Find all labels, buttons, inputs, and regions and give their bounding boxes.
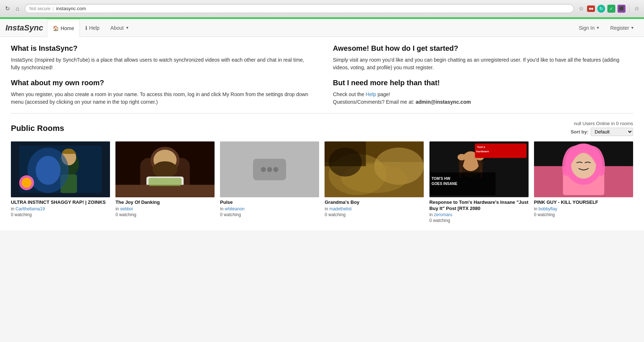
nav-item-help[interactable]: ℹ Help — [80, 19, 105, 37]
extension-red[interactable]: ■■ — [587, 5, 595, 12]
room-owner-pinkguy: in bobbyflay — [534, 206, 633, 211]
nav-links: 🏠 Home ℹ Help About ▼ — [47, 19, 575, 37]
room-username-pulse[interactable]: whiteanon — [225, 206, 245, 211]
get-started-body: Simply visit any room you'd like and you… — [333, 56, 633, 71]
room-watching-grandma: 0 watching — [325, 212, 424, 217]
room-watching-pinkguy: 0 watching — [534, 212, 633, 217]
room-card-grandma[interactable]: Grandma's Boy in madethelist 0 watching — [325, 141, 424, 223]
svg-text:GOES INSANE: GOES INSANE — [431, 182, 457, 186]
svg-text:Tom's: Tom's — [477, 145, 485, 149]
help-page-link[interactable]: Help — [366, 91, 376, 97]
home-label: Home — [61, 25, 74, 31]
room-thumbnail-shaggy — [11, 141, 110, 197]
about-label: About — [110, 25, 124, 31]
room-card-dank[interactable]: The Joy Of Danking in sebboi 0 watching — [115, 141, 215, 223]
browser-actions: ☆ ■■ ↻ ✓ ⬛ ☆ — [578, 4, 640, 13]
svg-point-19 — [261, 167, 266, 172]
svg-rect-16 — [148, 178, 182, 186]
main-content: What is InstaSync? InstaSync (Inspired b… — [0, 37, 644, 230]
room-thumbnail-tom: Tom's hardware TOM'S HW GOES INSANE — [429, 141, 529, 197]
info-grid: What is InstaSync? InstaSync (Inspired b… — [11, 44, 633, 106]
reload-button[interactable]: ↻ — [4, 5, 11, 12]
svg-point-32 — [457, 154, 466, 160]
register-label: Register — [610, 25, 629, 31]
room-username-dank[interactable]: sebboi — [120, 206, 133, 211]
sign-in-button[interactable]: Sign In ▼ — [574, 23, 604, 33]
browser-chrome: ↻ ⌂ Not secure | instasync.com ☆ ■■ ↻ ✓ … — [0, 0, 644, 17]
own-room-body: When you register, you also create a roo… — [11, 91, 311, 106]
extension-green[interactable]: ✓ — [607, 5, 615, 13]
room-thumbnail-grandma — [325, 141, 424, 197]
more-help-title: But I need more help than that! — [333, 79, 633, 87]
what-is-title: What is InstaSync? — [11, 44, 311, 53]
users-online-text: null Users Online in 0 rooms — [571, 121, 633, 126]
room-card-pinkguy[interactable]: PINK GUY - KILL YOURSELF in bobbyflay 0 … — [534, 141, 633, 223]
room-title-grandma: Grandma's Boy — [325, 199, 424, 206]
room-username-grandma[interactable]: madethelist — [329, 206, 351, 211]
brand-logo[interactable]: InstaSync — [5, 23, 43, 33]
room-card-pulse[interactable]: Pulse in whiteanon 0 watching — [220, 141, 319, 223]
svg-point-20 — [267, 167, 272, 172]
room-watching-pulse: 0 watching — [220, 212, 319, 217]
svg-text:TOM'S HW: TOM'S HW — [431, 177, 450, 181]
public-rooms-header: Public Rooms null Users Online in 0 room… — [11, 121, 633, 136]
svg-point-21 — [273, 167, 278, 172]
admin-email: admin@instasync.com — [416, 99, 471, 105]
svg-text:hardware: hardware — [476, 150, 489, 153]
register-button[interactable]: Register ▼ — [606, 23, 639, 33]
sort-by-label: Sort by: — [571, 129, 588, 135]
sign-in-caret-icon: ▼ — [596, 26, 600, 30]
address-separator: | — [53, 6, 54, 11]
url-display: instasync.com — [56, 6, 86, 11]
sign-in-label: Sign In — [579, 25, 595, 31]
room-watching-shaggy: 0 watching — [11, 212, 110, 217]
sort-row: Sort by: Default Most Watched Alphabetic… — [571, 128, 633, 136]
info-section-get-started: Awesome! But how do I get started? Simpl… — [333, 44, 633, 71]
room-watching-tom: 0 watching — [429, 218, 529, 223]
room-username-tom[interactable]: zeromaru — [434, 212, 452, 217]
room-title-pinkguy: PINK GUY - KILL YOURSELF — [534, 199, 633, 206]
svg-point-8 — [22, 178, 32, 188]
room-thumbnail-pulse — [220, 141, 319, 197]
room-thumbnail-dank — [115, 141, 215, 197]
room-owner-tom: in zeromaru — [429, 212, 529, 217]
more-help-body: Check out the Help page!Questions/Commen… — [333, 91, 633, 106]
star-button[interactable]: ☆ — [578, 5, 585, 12]
divider — [629, 4, 629, 13]
room-title-dank: The Joy Of Danking — [115, 199, 215, 206]
room-card-shaggy[interactable]: ULTRA INSTINCT SHAGGY RAP! | ZOINKS in C… — [11, 141, 110, 223]
content-divider — [11, 113, 633, 114]
room-username-pinkguy[interactable]: bobbyflay — [539, 206, 557, 211]
info-section-what-is: What is InstaSync? InstaSync (Inspired b… — [11, 44, 311, 71]
own-room-title: What about my own room? — [11, 79, 311, 87]
room-title-shaggy: ULTRA INSTINCT SHAGGY RAP! | ZOINKS — [11, 199, 110, 206]
nav-item-home[interactable]: 🏠 Home — [47, 19, 80, 37]
home-icon: 🏠 — [53, 25, 59, 31]
room-card-tom[interactable]: Tom's hardware TOM'S HW GOES INSANE Resp… — [429, 141, 529, 223]
room-owner-grandma: in madethelist — [325, 206, 424, 211]
home-button[interactable]: ⌂ — [14, 5, 21, 12]
rooms-meta: null Users Online in 0 rooms Sort by: De… — [571, 121, 633, 136]
room-title-pulse: Pulse — [220, 199, 319, 206]
svg-rect-15 — [115, 185, 215, 197]
room-thumbnail-pinkguy — [534, 141, 633, 197]
what-is-body: InstaSync (Inspired by SynchTube) is a p… — [11, 56, 311, 71]
address-bar[interactable]: Not secure | instasync.com — [25, 4, 574, 13]
room-owner-shaggy: in Carlthellama19 — [11, 206, 110, 211]
info-icon: ℹ — [85, 25, 87, 31]
register-caret-icon: ▼ — [631, 26, 634, 30]
extension-purple[interactable]: ⬛ — [617, 5, 625, 13]
room-username-shaggy[interactable]: Carlthellama19 — [16, 206, 45, 211]
get-started-title: Awesome! But how do I get started? — [333, 44, 633, 53]
nav-item-about[interactable]: About ▼ — [105, 19, 135, 37]
svg-point-28 — [329, 148, 362, 177]
browser-controls: ↻ ⌂ — [4, 5, 21, 12]
extension-teal[interactable]: ↻ — [597, 5, 605, 13]
svg-point-13 — [153, 161, 178, 178]
room-owner-dank: in sebboi — [115, 206, 215, 211]
info-section-own-room: What about my own room? When you registe… — [11, 79, 311, 106]
info-section-more-help: But I need more help than that! Check ou… — [333, 79, 633, 106]
sort-select[interactable]: Default Most Watched Alphabetical — [591, 128, 633, 136]
help-body-prefix: Check out the — [333, 91, 366, 97]
menu-button[interactable]: ☆ — [633, 5, 640, 12]
